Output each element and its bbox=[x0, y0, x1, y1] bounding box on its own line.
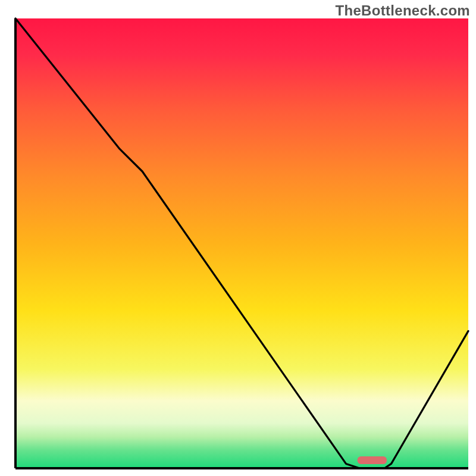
gradient-background bbox=[15, 18, 468, 468]
chart-frame: TheBottleneck.com bbox=[0, 0, 476, 476]
bottleneck-chart bbox=[0, 0, 476, 476]
highlight-marker bbox=[358, 456, 387, 464]
